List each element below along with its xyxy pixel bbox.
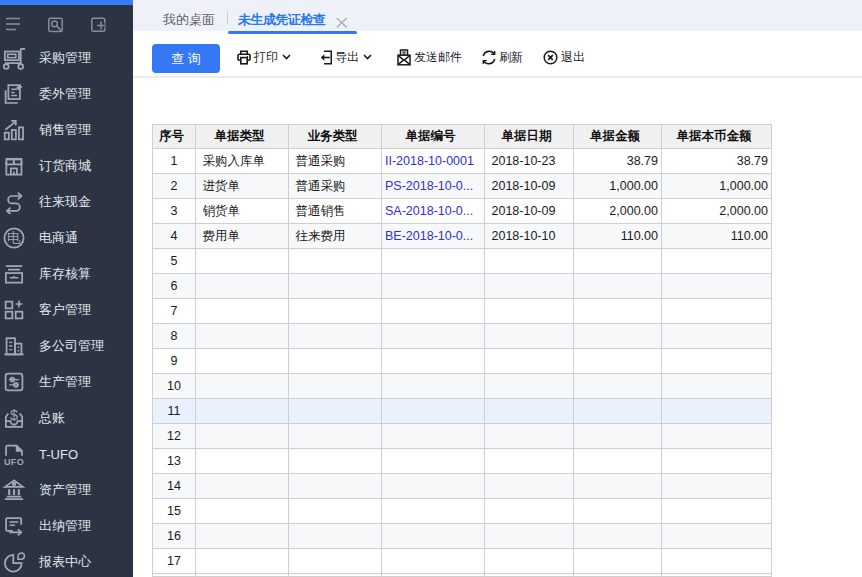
svg-text:电: 电 <box>7 230 21 245</box>
svg-text:UFO: UFO <box>4 457 24 466</box>
